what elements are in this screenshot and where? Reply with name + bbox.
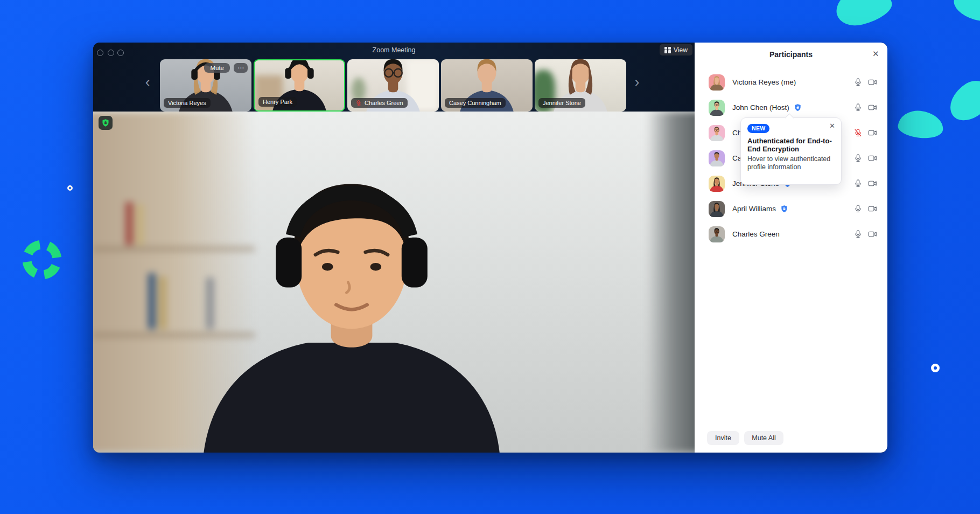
view-button[interactable]: View <box>660 44 692 55</box>
mic-icon <box>853 78 863 87</box>
window-header: Zoom Meeting View ‹ › Mute ⋯ Victoria Re… <box>93 43 695 112</box>
filmstrip-next-button[interactable]: › <box>633 75 641 89</box>
participant-row[interactable]: Charles Green <box>695 221 887 247</box>
mic-icon <box>853 154 863 163</box>
avatar <box>709 176 725 192</box>
decorative-blob <box>832 0 895 30</box>
camera-icon <box>867 179 878 188</box>
avatar <box>709 100 725 116</box>
e2e-shield-icon[interactable] <box>780 205 788 213</box>
avatar <box>709 226 725 242</box>
participant-name: John Chen (Host) <box>732 103 789 112</box>
decorative-flower <box>20 238 64 281</box>
tile-mute-button[interactable]: Mute <box>204 63 230 73</box>
participant-name: Victoria Reyes (me) <box>732 78 796 86</box>
muted-mic-icon <box>355 100 362 106</box>
video-tile-victoria[interactable]: Mute ⋯ Victoria Reyes <box>160 59 251 112</box>
mute-all-button[interactable]: Mute All <box>744 431 783 445</box>
invite-button[interactable]: Invite <box>707 431 739 445</box>
camera-icon <box>867 103 878 112</box>
panel-close-icon[interactable]: ✕ <box>872 49 879 59</box>
tile-more-button[interactable]: ⋯ <box>234 63 248 73</box>
person-henry <box>179 153 524 453</box>
mic-icon <box>853 230 863 239</box>
tile-name-label: Jennifer Stone <box>538 98 585 108</box>
tooltip-body: Hover to view authenticated profile info… <box>747 155 835 171</box>
tooltip-close-icon[interactable]: ✕ <box>829 122 835 130</box>
mic-icon <box>853 204 863 213</box>
video-tile-henry[interactable]: Henry Park <box>254 59 345 112</box>
camera-icon <box>867 154 878 163</box>
camera-icon <box>867 78 878 87</box>
avatar <box>709 74 725 91</box>
camera-icon <box>867 128 878 137</box>
tile-name-label: Casey Cunningham <box>445 98 506 108</box>
tile-name-label: Victoria Reyes <box>164 98 211 108</box>
participant-row[interactable]: Victoria Reyes (me) <box>695 70 887 95</box>
green-shield-lock-icon <box>101 119 110 127</box>
camera-icon <box>867 204 878 213</box>
avatar <box>709 125 725 141</box>
participant-row[interactable]: April Williams <box>695 196 887 221</box>
new-badge: NEW <box>747 124 769 133</box>
avatar <box>709 150 725 166</box>
avatar <box>709 201 725 217</box>
window-title: Zoom Meeting <box>93 46 695 54</box>
participant-name: Charles Green <box>732 230 780 238</box>
e2e-shield-icon[interactable] <box>794 103 802 112</box>
mic-icon <box>853 179 863 188</box>
decorative-blob <box>942 74 980 127</box>
decorative-ring <box>931 364 940 372</box>
zoom-meeting-window: Zoom Meeting View ‹ › Mute ⋯ Victoria Re… <box>93 43 887 453</box>
e2e-encryption-tooltip: NEW ✕ Authenticated for End-to-End Encry… <box>740 117 842 185</box>
decorative-blob <box>950 0 980 27</box>
tile-name-label: Charles Green <box>351 98 408 108</box>
camera-icon <box>867 230 878 239</box>
mic-icon <box>853 103 863 112</box>
decorative-dot <box>67 185 73 191</box>
tooltip-title: Authenticated for End-to-End Encryption <box>747 137 835 154</box>
participant-name: April Williams <box>732 205 776 213</box>
video-tile-charles[interactable]: Charles Green <box>347 59 439 112</box>
muted-mic-icon <box>853 128 863 137</box>
participants-panel: Participants ✕ Victoria Reyes (me) John … <box>695 43 887 453</box>
view-label: View <box>674 46 688 54</box>
panel-title: Participants <box>695 50 887 59</box>
tile-name-label: Henry Park <box>258 97 297 107</box>
main-video-henry: Mute Stop Video 7 Participants Chat <box>93 112 695 453</box>
filmstrip-prev-button[interactable]: ‹ <box>143 75 152 89</box>
grid-view-icon <box>664 47 671 53</box>
decorative-blob <box>897 109 945 141</box>
video-tile-casey[interactable]: Casey Cunningham <box>441 59 533 112</box>
video-tile-jennifer[interactable]: Jennifer Stone <box>535 59 626 112</box>
encryption-shield-badge[interactable] <box>99 116 113 130</box>
